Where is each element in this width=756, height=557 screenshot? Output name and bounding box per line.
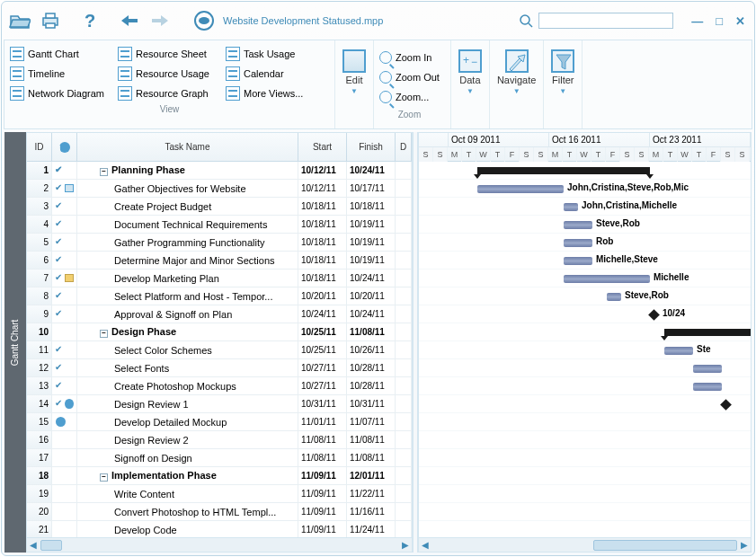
gantt-row[interactable]	[419, 162, 751, 180]
resource-usage-view[interactable]: Resource Usage	[118, 64, 226, 84]
task-row[interactable]: 16Design Review 211/08/1111/08/11	[27, 431, 412, 449]
maximize-button[interactable]: □	[716, 14, 723, 28]
task-bar[interactable]	[564, 239, 592, 247]
col-start[interactable]: Start	[298, 133, 347, 161]
help-icon[interactable]: ?	[77, 8, 102, 33]
gantt-row[interactable]: John,Cristina,Michelle	[419, 198, 751, 216]
gantt-row[interactable]	[419, 377, 751, 395]
col-finish[interactable]: Finish	[347, 133, 396, 161]
more-views[interactable]: More Views...	[226, 84, 325, 103]
task-bar[interactable]	[693, 365, 722, 373]
resource-sheet-view[interactable]: Resource Sheet	[118, 44, 226, 64]
forward-icon[interactable]	[147, 8, 173, 33]
col-id[interactable]: ID	[27, 133, 52, 161]
task-row[interactable]: 11Select Color Schemes10/25/1110/26/11	[27, 341, 412, 359]
col-d[interactable]: D	[396, 133, 412, 161]
task-row[interactable]: 5Gather Programming Functionality10/18/1…	[27, 234, 412, 252]
gantt-row[interactable]	[419, 521, 751, 537]
task-usage-view[interactable]: Task Usage	[226, 44, 325, 64]
gantt-row[interactable]	[419, 395, 751, 413]
col-info[interactable]: i	[52, 133, 77, 161]
task-bar[interactable]	[564, 257, 592, 265]
summary-bar[interactable]	[664, 329, 751, 336]
grid-hscroll[interactable]: ◀▶	[27, 537, 412, 552]
zoom-group-label: Zoom	[379, 109, 440, 123]
task-bar[interactable]	[693, 383, 722, 391]
zoom-in[interactable]: Zoom In	[379, 48, 440, 67]
task-row[interactable]: 13Create Photoshop Mockups10/27/1110/28/…	[27, 377, 412, 395]
task-row[interactable]: 1−Planning Phase10/12/1110/24/11	[27, 162, 412, 180]
gantt-row[interactable]: Michelle,Steve	[419, 252, 751, 270]
gantt-row[interactable]: 10/24	[419, 305, 751, 323]
task-row[interactable]: 7Develop Marketing Plan10/18/1110/24/11	[27, 270, 412, 287]
gantt-row[interactable]	[419, 413, 751, 431]
task-row[interactable]: 20Convert Photoshop to HTML Templ...11/0…	[27, 503, 412, 521]
gantt-row[interactable]	[419, 485, 751, 503]
search-icon[interactable]	[519, 13, 533, 28]
task-row[interactable]: 8Select Platform and Host - Tempor...10/…	[27, 287, 412, 305]
task-row[interactable]: 18−Implementation Phase11/09/1112/01/11	[27, 467, 412, 485]
grid-body[interactable]: 1−Planning Phase10/12/1110/24/112Gather …	[27, 162, 412, 537]
navigate-button[interactable]: Navigate ▼	[490, 40, 544, 128]
gantt-row[interactable]	[419, 503, 751, 521]
gantt-row[interactable]	[419, 431, 751, 449]
milestone-diamond[interactable]	[720, 399, 732, 411]
collapse-icon[interactable]: −	[100, 330, 108, 338]
network-diagram-view[interactable]: Network Diagram	[10, 84, 118, 103]
task-bar[interactable]	[564, 221, 592, 229]
collapse-icon[interactable]: −	[100, 168, 108, 176]
task-row[interactable]: 3Create Project Budget10/18/1110/18/11	[27, 198, 412, 216]
task-row[interactable]: 12Select Fonts10/27/1110/28/11	[27, 359, 412, 377]
check-icon	[55, 220, 66, 229]
resource-graph-view[interactable]: Resource Graph	[118, 84, 226, 103]
print-icon[interactable]	[38, 8, 63, 33]
gantt-row[interactable]: Ste	[419, 341, 751, 359]
gantt-row[interactable]: Michelle	[419, 270, 751, 287]
gantt-hscroll[interactable]: ◀▶	[419, 537, 751, 552]
task-bar[interactable]	[607, 293, 621, 301]
milestone-diamond[interactable]	[648, 309, 660, 321]
timeline-view[interactable]: Timeline	[10, 64, 118, 84]
gantt-row[interactable]	[419, 449, 751, 467]
task-bar[interactable]	[564, 275, 650, 283]
task-row[interactable]: 15Develop Detailed Mockup11/01/1111/07/1…	[27, 413, 412, 431]
gantt-body[interactable]: John,Cristina,Steve,Rob,MicJohn,Cristina…	[419, 162, 751, 537]
gantt-row[interactable]: Rob	[419, 234, 751, 252]
gantt-row[interactable]: Steve,Rob	[419, 287, 751, 305]
summary-bar[interactable]	[477, 167, 650, 174]
task-row[interactable]: 2Gather Objectives for Website10/12/1110…	[27, 180, 412, 198]
zoom-out[interactable]: Zoom Out	[379, 67, 440, 87]
gantt-row[interactable]: Steve,Rob	[419, 216, 751, 234]
data-button[interactable]: +− Data ▼	[451, 40, 490, 128]
edit-button[interactable]: Edit ▼	[335, 40, 374, 128]
task-label: Michelle	[654, 272, 689, 282]
task-row[interactable]: 21Develop Code11/09/1111/24/11	[27, 521, 412, 537]
task-row[interactable]: 4Document Technical Requirements10/18/11…	[27, 216, 412, 234]
task-row[interactable]: 19Write Content11/09/1111/22/11	[27, 485, 412, 503]
zoom-dialog[interactable]: Zoom...	[379, 87, 440, 107]
task-bar[interactable]	[664, 347, 693, 355]
calendar-view[interactable]: Calendar	[226, 64, 325, 84]
gantt-row[interactable]	[419, 467, 751, 485]
open-icon[interactable]	[7, 8, 32, 33]
back-icon[interactable]	[117, 8, 142, 33]
task-row[interactable]: 9Approval & Signoff on Plan10/24/1110/24…	[27, 305, 412, 323]
gantt-row[interactable]	[419, 359, 751, 377]
task-row[interactable]: 6Determine Major and Minor Sections10/18…	[27, 252, 412, 270]
task-row[interactable]: 17Signoff on Design11/08/1111/08/11	[27, 449, 412, 467]
task-row[interactable]: 10−Design Phase10/25/1111/08/11	[27, 323, 412, 341]
gantt-row[interactable]	[419, 323, 751, 341]
task-bar[interactable]	[477, 185, 564, 193]
gantt-row[interactable]: John,Cristina,Steve,Rob,Mic	[419, 180, 751, 198]
gantt-chart-view[interactable]: Gantt Chart	[10, 44, 118, 64]
search-input[interactable]	[538, 13, 673, 29]
task-label: Michelle,Steve	[596, 254, 658, 264]
minimize-button[interactable]: —	[691, 14, 703, 28]
close-button[interactable]: ✕	[735, 14, 745, 28]
col-task-name[interactable]: Task Name	[77, 133, 298, 161]
task-row[interactable]: 14Design Review 110/31/1110/31/11	[27, 395, 412, 413]
task-bar[interactable]	[564, 203, 578, 211]
collapse-icon[interactable]: −	[100, 473, 108, 482]
filter-button[interactable]: Filter ▼	[544, 40, 583, 128]
svg-rect-1	[46, 13, 55, 18]
